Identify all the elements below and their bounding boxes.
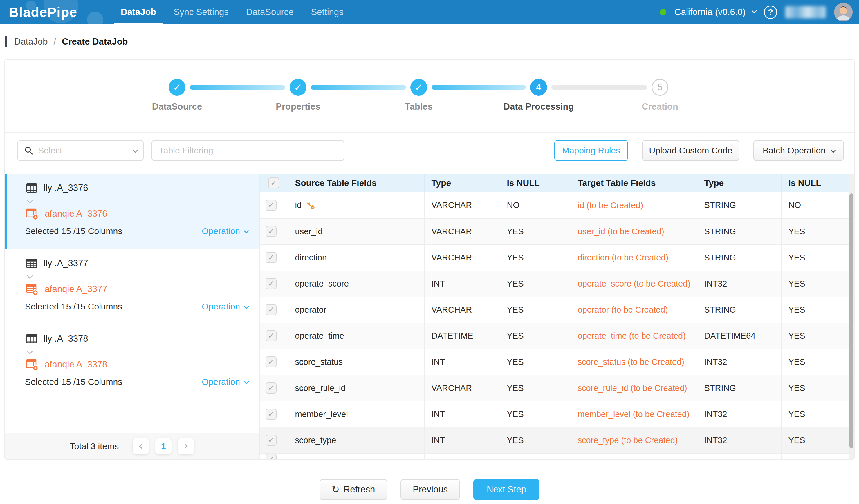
row-checkbox[interactable] bbox=[266, 252, 276, 263]
source-table-icon bbox=[26, 182, 38, 194]
refresh-button[interactable]: ↻ Refresh bbox=[319, 479, 387, 500]
source-is-null: YES bbox=[500, 323, 571, 349]
pagination-prev-button[interactable] bbox=[133, 438, 149, 454]
source-field: operator bbox=[288, 297, 424, 323]
breadcrumb-accent-bar bbox=[5, 36, 7, 47]
avatar[interactable] bbox=[834, 3, 853, 21]
region-label: California (v0.6.0) bbox=[675, 7, 745, 17]
top-navigation-bar: BladePipe DataJob Sync Settings DataSour… bbox=[0, 0, 859, 25]
nav-tab-datasource[interactable]: DataSource bbox=[237, 0, 302, 25]
expand-chevron-icon[interactable] bbox=[27, 199, 248, 204]
source-field: operate_score bbox=[288, 270, 424, 297]
pagination-page-1[interactable]: 1 bbox=[155, 438, 171, 454]
source-is-null: YES bbox=[500, 401, 571, 427]
operation-dropdown[interactable]: Operation bbox=[202, 302, 248, 312]
step-label-properties: Properties bbox=[243, 101, 353, 112]
avatar-illustration bbox=[834, 3, 853, 21]
operation-dropdown[interactable]: Operation bbox=[202, 226, 248, 236]
target-type: INT32 bbox=[697, 270, 781, 297]
nav-tab-datajob[interactable]: DataJob bbox=[112, 0, 165, 25]
table-scrollbar-thumb[interactable] bbox=[849, 193, 854, 448]
col-header-source-fields: Source Table Fields bbox=[288, 174, 424, 192]
check-icon: ✓ bbox=[294, 81, 302, 93]
chevron-down-icon bbox=[244, 303, 249, 309]
table-row: user_id VARCHAR YES user_id (to be Creat… bbox=[260, 218, 848, 245]
source-type: VARCHAR bbox=[424, 245, 500, 270]
table-row: score_type INT YES score_type (to be Cre… bbox=[260, 427, 848, 453]
operation-label: Operation bbox=[202, 377, 240, 387]
wizard-footer-actions: ↻ Refresh Previous Next Step bbox=[0, 479, 859, 500]
row-checkbox[interactable] bbox=[266, 409, 276, 420]
table-scrollbar-track[interactable] bbox=[848, 174, 854, 459]
target-field: id (to be Created) bbox=[571, 192, 697, 218]
pagination-next-button[interactable] bbox=[178, 438, 194, 454]
row-checkbox[interactable] bbox=[266, 454, 276, 459]
select-all-checkbox[interactable] bbox=[268, 177, 279, 189]
source-table-name: lly .A_3377 bbox=[44, 258, 88, 269]
operation-dropdown[interactable]: Operation bbox=[202, 377, 248, 387]
source-field: score_type bbox=[288, 427, 424, 453]
table-row: operator VARCHAR YES operator (to be Cre… bbox=[260, 297, 848, 323]
col-header-source-type: Type bbox=[424, 174, 500, 192]
row-checkbox[interactable] bbox=[266, 382, 276, 394]
step-circle-tables: ✓ bbox=[410, 79, 427, 96]
table-row: operate_time DATETIME YES operate_time (… bbox=[260, 323, 848, 349]
source-type: DATETIME bbox=[424, 323, 500, 349]
table-filter-input[interactable] bbox=[151, 140, 344, 161]
expand-chevron-icon[interactable] bbox=[27, 349, 248, 355]
app-logo: BladePipe bbox=[9, 0, 104, 25]
row-checkbox[interactable] bbox=[266, 278, 276, 289]
target-type: INT32 bbox=[697, 427, 781, 453]
table-pair-item[interactable]: lly .A_3376 afanqie A_3376 Selected 15 /… bbox=[5, 174, 259, 249]
step-number: 5 bbox=[657, 82, 662, 93]
source-table-name: lly .A_3378 bbox=[44, 333, 88, 344]
breadcrumb-parent[interactable]: DataJob bbox=[14, 36, 48, 47]
breadcrumb-separator: / bbox=[54, 36, 56, 47]
region-selector[interactable]: California (v0.6.0) bbox=[675, 7, 756, 17]
step-connector bbox=[552, 85, 647, 90]
page-title: Create DataJob bbox=[62, 36, 128, 47]
row-checkbox[interactable] bbox=[266, 330, 276, 341]
check-icon: ✓ bbox=[415, 81, 423, 93]
table-toolbar: Select Mapping Rules Upload Custom Code … bbox=[5, 132, 854, 174]
source-field: score_status bbox=[288, 349, 424, 375]
target-type: INT32 bbox=[697, 401, 781, 427]
target-table-add-icon bbox=[26, 282, 39, 296]
source-type: INT bbox=[424, 427, 500, 453]
source-is-null: YES bbox=[500, 375, 571, 401]
table-row: score_status INT YES score_status (to be… bbox=[260, 349, 848, 375]
check-icon: ✓ bbox=[173, 81, 181, 93]
table-pair-item[interactable]: lly .A_3378 afanqie A_3378 Selected 15 /… bbox=[5, 325, 259, 400]
target-field: member_level (to be Created) bbox=[571, 401, 697, 427]
operation-label: Operation bbox=[202, 226, 240, 236]
nav-tab-sync-settings[interactable]: Sync Settings bbox=[165, 0, 237, 25]
upload-custom-code-button[interactable]: Upload Custom Code bbox=[642, 140, 739, 161]
target-is-null: YES bbox=[781, 427, 848, 453]
row-checkbox[interactable] bbox=[266, 226, 276, 237]
row-checkbox[interactable] bbox=[266, 357, 276, 367]
step-label-datasource: DataSource bbox=[122, 101, 232, 112]
step-label-tables: Tables bbox=[364, 101, 474, 112]
batch-operation-button[interactable]: Batch Operation bbox=[753, 140, 844, 161]
row-checkbox[interactable] bbox=[266, 435, 276, 446]
target-type: STRING bbox=[697, 218, 781, 245]
help-icon[interactable]: ? bbox=[764, 5, 777, 19]
nav-tab-settings[interactable]: Settings bbox=[302, 0, 352, 25]
row-checkbox[interactable] bbox=[266, 304, 276, 315]
source-table-icon bbox=[26, 333, 38, 345]
target-table-add-icon bbox=[26, 358, 39, 371]
source-table-icon bbox=[26, 257, 38, 269]
username-redacted bbox=[785, 6, 826, 18]
source-is-null: YES bbox=[500, 297, 571, 323]
previous-button[interactable]: Previous bbox=[401, 479, 460, 500]
primary-key-icon bbox=[306, 201, 315, 210]
row-checkbox[interactable] bbox=[266, 200, 276, 211]
expand-chevron-icon[interactable] bbox=[27, 274, 248, 280]
table-pair-item[interactable]: lly .A_3377 afanqie A_3377 Selected 15 /… bbox=[5, 249, 259, 325]
target-is-null: YES bbox=[781, 297, 848, 323]
source-is-null: YES bbox=[500, 245, 571, 270]
next-step-button[interactable]: Next Step bbox=[473, 479, 540, 500]
select-dropdown[interactable]: Select bbox=[17, 140, 144, 161]
step-circle-datasource: ✓ bbox=[169, 79, 185, 96]
mapping-rules-button[interactable]: Mapping Rules bbox=[554, 140, 628, 161]
